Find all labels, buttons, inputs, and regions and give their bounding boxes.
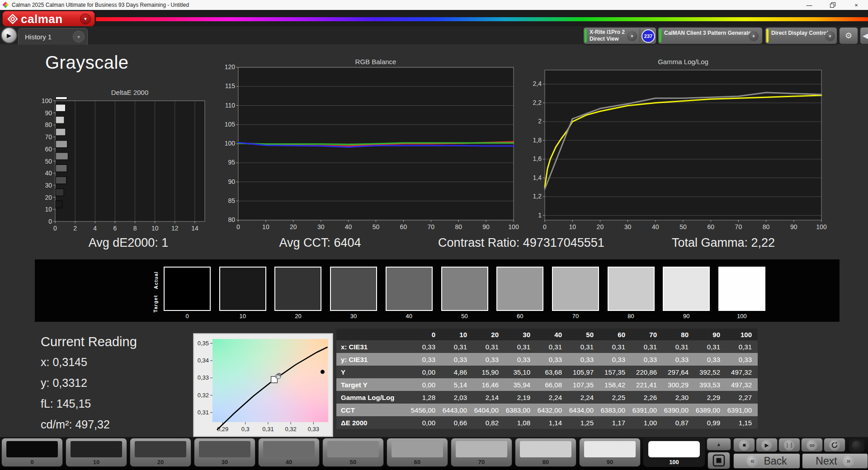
pattern-level-button[interactable]: 30 bbox=[194, 438, 255, 467]
continuous-read-button[interactable]: ∞ bbox=[801, 438, 823, 452]
pattern-level-button[interactable]: 100 bbox=[643, 438, 705, 467]
table-cell: 300,29 bbox=[663, 381, 694, 389]
stat-total-gamma: Total Gamma: 2,22 bbox=[672, 236, 775, 250]
restore-button[interactable] bbox=[821, 0, 844, 10]
add-tab-button[interactable]: + bbox=[73, 31, 85, 42]
svg-text:110: 110 bbox=[225, 102, 236, 109]
series-read-button[interactable]: [··] bbox=[778, 438, 800, 452]
display-control-button[interactable]: Direct Display Control ▼ bbox=[765, 27, 837, 44]
table-row: ΔE 20000,000,660,821,081,141,251,171,000… bbox=[336, 416, 758, 429]
svg-text:50: 50 bbox=[679, 223, 687, 230]
table-cell: 497,32 bbox=[726, 368, 758, 376]
chevron-down-icon: ▼ bbox=[749, 31, 759, 41]
pattern-level-button[interactable]: 80 bbox=[515, 438, 576, 467]
next-label: Next bbox=[816, 455, 837, 467]
window-title: Calman 2025 Calman Ultimate for Business… bbox=[12, 2, 189, 8]
deltae-bar bbox=[56, 177, 66, 184]
svg-text:20: 20 bbox=[290, 223, 297, 230]
svg-text:30: 30 bbox=[45, 182, 52, 189]
pattern-level-label: 70 bbox=[451, 459, 512, 465]
next-button[interactable]: Next » bbox=[802, 453, 868, 469]
table-cell: 6390,00 bbox=[663, 406, 694, 414]
table-cell: 0,33 bbox=[505, 356, 536, 363]
column-header: 30 bbox=[505, 331, 536, 338]
svg-text:2: 2 bbox=[538, 118, 542, 125]
svg-text:30: 30 bbox=[317, 223, 325, 230]
current-reading-panel: Current Reading x: 0,3145 y: 0,3312 fL: … bbox=[41, 334, 137, 439]
close-button[interactable]: × bbox=[844, 0, 868, 10]
pattern-level-button[interactable]: 0 bbox=[1, 438, 63, 467]
table-cell: 4,86 bbox=[441, 368, 473, 376]
table-cell: 0,31 bbox=[505, 343, 536, 351]
pattern-level-label: 20 bbox=[130, 459, 191, 465]
pattern-level-button[interactable]: 70 bbox=[451, 438, 512, 467]
refresh-button[interactable] bbox=[824, 438, 845, 452]
table-cell: 392,52 bbox=[694, 368, 726, 376]
pattern-level-button[interactable]: 20 bbox=[130, 438, 191, 467]
calman-logo-icon bbox=[7, 13, 19, 25]
play-button[interactable]: ▶ bbox=[756, 438, 778, 452]
pattern-swatch bbox=[263, 441, 315, 457]
pattern-level-label: 50 bbox=[323, 459, 383, 465]
svg-text:50: 50 bbox=[373, 223, 380, 230]
meter-select-button[interactable]: X-Rite i1Pro 2 Direct View ▼ 237 bbox=[583, 27, 656, 44]
column-header: 20 bbox=[473, 331, 505, 338]
pattern-level-button[interactable]: 50 bbox=[322, 438, 384, 467]
pattern-level-button[interactable]: 40 bbox=[258, 438, 320, 467]
pattern-level-label: 80 bbox=[515, 459, 576, 465]
pattern-level-label: 0 bbox=[2, 459, 62, 465]
svg-text:4: 4 bbox=[93, 225, 97, 232]
svg-text:8: 8 bbox=[133, 225, 137, 232]
pattern-level-label: 100 bbox=[644, 459, 704, 465]
calman-menu-button[interactable]: calman ▼ bbox=[2, 11, 95, 27]
deltae-bar bbox=[56, 116, 64, 123]
table-cell: 5,14 bbox=[441, 381, 473, 389]
workflow-play-button[interactable]: ▶ bbox=[1, 27, 17, 43]
deltae-bar bbox=[56, 128, 66, 136]
spectrum-strip bbox=[96, 17, 868, 21]
settings-button[interactable]: ⚙ bbox=[839, 27, 858, 44]
refresh-icon bbox=[829, 440, 840, 451]
svg-text:1: 1 bbox=[538, 212, 542, 219]
column-header: 40 bbox=[536, 331, 568, 338]
table-cell: 105,97 bbox=[568, 368, 599, 376]
measurement-table: 0102030405060708090100x: CIE310,330,310,… bbox=[336, 329, 758, 429]
pattern-level-button[interactable]: 60 bbox=[387, 438, 448, 467]
table-cell: 0,31 bbox=[441, 343, 473, 351]
collapse-panel-button[interactable]: ◀ bbox=[860, 27, 868, 44]
table-cell: 2,24 bbox=[568, 394, 599, 401]
window-pattern-button[interactable] bbox=[708, 452, 730, 469]
grayscale-swatch bbox=[608, 267, 655, 311]
minimize-button[interactable]: — bbox=[797, 0, 821, 10]
gear-icon: ⚙ bbox=[845, 31, 852, 41]
svg-text:100: 100 bbox=[225, 140, 236, 147]
svg-text:20: 20 bbox=[45, 194, 52, 201]
svg-text:40: 40 bbox=[652, 223, 659, 230]
table-cell: 6391,00 bbox=[631, 406, 663, 414]
stop-button[interactable]: ■ bbox=[733, 438, 755, 452]
svg-text:0,32: 0,32 bbox=[198, 392, 209, 399]
cie-chromaticity-panel: 0,310,320,330,340,350,290,30,310,320,33 bbox=[193, 333, 333, 437]
table-cell: 6434,00 bbox=[568, 406, 599, 414]
table-cell: 0,31 bbox=[663, 343, 694, 351]
deltae-2000-chart: 010203040506070809010002468101214 bbox=[36, 97, 215, 233]
tray-expand-button[interactable]: ▲ bbox=[707, 438, 731, 451]
back-button[interactable]: « Back bbox=[733, 453, 800, 469]
pattern-level-button[interactable]: 90 bbox=[579, 438, 641, 467]
gamma-loglog-chart: 11,21,41,61,822,22,401020304050607080901… bbox=[530, 63, 846, 231]
swatch-level-label: 90 bbox=[663, 313, 710, 320]
pattern-level-button[interactable]: 10 bbox=[66, 438, 127, 467]
grayscale-swatch bbox=[164, 267, 211, 311]
table-cell: 5456,00 bbox=[410, 406, 441, 414]
svg-text:10: 10 bbox=[569, 223, 576, 230]
pattern-swatch bbox=[327, 441, 379, 457]
grayscale-swatch bbox=[330, 267, 377, 311]
tab-history-1[interactable]: History 1 + bbox=[18, 28, 88, 45]
pattern-swatch bbox=[199, 441, 250, 457]
pattern-generator-button[interactable]: CalMAN Client 3 Pattern Generator ▼ bbox=[658, 27, 763, 44]
table-row: CCT5456,006443,006404,006383,006432,0064… bbox=[336, 404, 758, 416]
table-cell: 107,35 bbox=[568, 381, 599, 389]
table-header-row: 0102030405060708090100 bbox=[336, 329, 758, 340]
grayscale-swatch bbox=[663, 267, 710, 311]
stat-avg-cct: Avg CCT: 6404 bbox=[279, 236, 361, 250]
